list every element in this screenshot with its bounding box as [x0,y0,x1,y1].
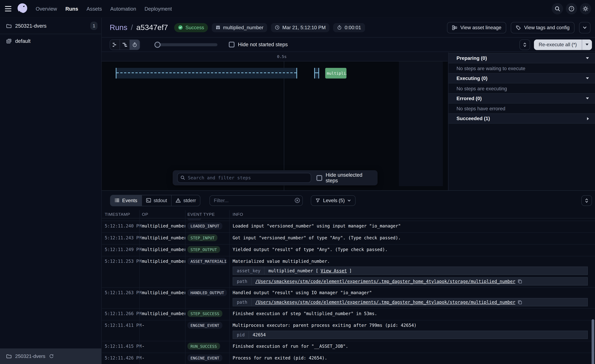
job-icon [6,38,12,44]
event-op: multiplied_number [139,256,185,287]
reexecute-all-button[interactable]: Re-execute all (*) [534,39,582,50]
time-tick-label: 0.5s [277,54,287,59]
hamburger-menu-icon[interactable] [0,0,16,18]
event-type-cell: ENGINE_EVENT [185,320,229,341]
chevron-down-icon [347,199,351,202]
nav-item-runs[interactable]: Runs [65,6,78,12]
panel-section-body: No steps are executing [448,84,595,93]
reexecute-dropdown-button[interactable] [582,39,592,50]
col-op: OP [139,212,185,216]
metadata-table: asset_keymultiplied_number [View Asset] [233,266,588,275]
tab-stdout[interactable]: stdout [142,195,171,206]
view-asset-link[interactable]: View Asset [321,268,347,274]
panel-section-header[interactable]: Executing (0) [448,73,595,84]
lineage-icon [452,25,457,30]
gantt-timeline: 0.5s [102,52,448,61]
tab-stderr[interactable]: stderr [172,195,200,206]
panel-section-header[interactable]: Succeeded (1) [448,113,595,124]
sidebar-item-job[interactable]: default [0,34,101,48]
help-icon[interactable]: ? [566,3,577,14]
search-icon[interactable] [552,3,563,14]
hide-unselected-checkbox[interactable] [317,175,322,181]
event-op: multiplied_number [139,288,185,308]
view-asset-lineage-button[interactable]: View asset lineage [447,22,506,33]
breadcrumb-separator: / [131,23,133,32]
event-timestamp: 5:12:11.266 PM [102,309,139,320]
event-type-badge: RUN_SUCCESS [187,343,220,350]
stopwatch-icon [337,25,342,30]
dagster-logo-icon[interactable] [16,2,29,15]
sidebar-item-repo[interactable]: 250321-dvers 1 [0,18,101,34]
levels-filter-button[interactable]: Levels (5) [311,195,356,206]
events-expander-button[interactable] [581,195,592,206]
slider-knob[interactable] [155,42,161,48]
gantt-expander-button[interactable] [519,39,530,50]
nav-item-assets[interactable]: Assets [86,6,102,12]
metadata-table: path/Users/smackesey/stm/code/elementl/e… [233,277,588,285]
refresh-icon[interactable] [49,354,54,359]
gantt-split-section: 0.5s multipli… Hide unselected steps [102,52,595,191]
nav-item-overview[interactable]: Overview [36,6,57,12]
breadcrumb-runs-link[interactable]: Runs [110,23,127,32]
nav-item-automation[interactable]: Automation [110,6,136,12]
step-search-input[interactable] [177,173,311,183]
event-type-badge: STEP_INPUT [187,234,218,241]
duration-view-button[interactable] [130,40,140,49]
asset-tag-chip[interactable]: multiplied_number [212,23,267,32]
path-link[interactable]: /Users/smackesey/stm/code/elementl/exper… [255,278,515,284]
panel-section-title: Succeeded (1) [456,116,490,121]
footer-repo-label: 250321-dvers [15,353,45,359]
event-op: - [139,353,185,364]
expand-collapse-icon [584,198,589,203]
event-info: Process for run exited (pid: 42654). [229,353,595,364]
event-type-badge: ASSET_MATERIALI… [187,258,227,265]
hide-not-started-label: Hide not started steps [238,42,288,47]
nav-item-deployment[interactable]: Deployment [144,6,172,12]
panel-section-body: No steps have errored [448,104,595,113]
column-divider [229,210,229,364]
column-divider [185,210,185,364]
metadata-key: path [233,298,251,306]
event-info: Materialized value multiplied_number.ass… [229,256,595,287]
chevron-down-icon [586,77,589,79]
sidebar-footer: 250321-dvers [0,349,101,364]
metadata-key: asset_key [233,267,264,275]
path-link[interactable]: /Users/smackesey/stm/code/elementl/exper… [255,299,515,305]
event-info: Finished execution of step "multiplied_n… [229,309,595,320]
funnel-icon [315,198,320,203]
chevron-down-icon [586,57,589,59]
metadata-value-text: ] [349,268,352,274]
run-header: Runs / a5347ef7 Success multiplied_numbe… [102,18,595,37]
gantt-chart: 0.5s multipli… Hide unselected steps [102,52,448,190]
event-info: Multiprocess executor: parent process ex… [229,320,595,341]
panel-section-header[interactable]: Preparing (0) [448,53,595,63]
event-row: 5:12:11.266 PMmultiplied_numberSTEP_SUCC… [102,309,595,320]
metadata-value: /Users/smackesey/stm/code/elementl/exper… [252,278,526,285]
hide-not-started-checkbox[interactable] [229,42,234,47]
event-info-text: Process for run exited (pid: 42654). [233,355,588,361]
gear-icon[interactable] [580,3,591,14]
event-info: Finished execution of run for "__ASSET_J… [229,341,595,353]
top-nav-items: OverviewRunsAssetsAutomationDeployment [36,6,172,12]
view-tags-config-button[interactable]: View tags and config [511,22,574,33]
event-type-cell: ENGINE_EVENT [185,353,229,364]
copy-icon[interactable] [518,300,522,304]
gantt-zoom-slider[interactable] [155,42,218,48]
gantt-step-bar[interactable]: multipli… [325,68,347,78]
table-header: TIMESTAMP OP EVENT TYPE INFO [102,210,595,218]
event-type-cell: HANDLED_OUTPUT [185,288,229,308]
event-info: Handled output "result" using IO manager… [229,288,595,308]
tab-events[interactable]: Events [110,195,142,206]
metadata-value-text: 42654 [253,332,266,338]
step-status-panel: Preparing (0)No steps are waiting to exe… [448,52,595,190]
log-filter-input[interactable] [210,195,303,206]
hide-unselected-label: Hide unselected steps [326,172,373,183]
flat-view-button[interactable] [110,40,120,49]
caret-down-icon [586,44,588,45]
panel-section-header[interactable]: Errored (0) [448,93,595,104]
copy-icon[interactable] [518,279,522,284]
clear-filter-icon[interactable] [295,197,300,203]
vertical-scrollbar-thumb[interactable] [592,319,594,364]
run-actions-chevron-button[interactable] [579,22,590,33]
waterfall-view-button[interactable] [120,40,130,49]
